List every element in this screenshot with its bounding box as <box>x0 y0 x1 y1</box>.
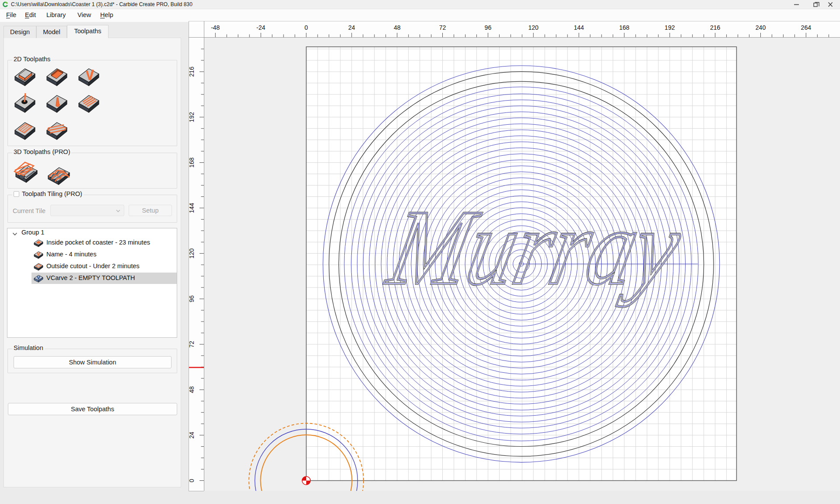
svg-text:24: 24 <box>189 432 195 439</box>
svg-text:192: 192 <box>189 112 195 122</box>
svg-text:48: 48 <box>394 24 401 31</box>
svg-text:144: 144 <box>189 203 195 214</box>
svg-text:48: 48 <box>189 386 195 393</box>
svg-text:-48: -48 <box>211 24 220 31</box>
svg-text:192: 192 <box>665 24 675 31</box>
svg-text:120: 120 <box>189 248 195 259</box>
svg-text:96: 96 <box>485 24 492 31</box>
svg-text:168: 168 <box>619 24 630 31</box>
svg-text:96: 96 <box>189 295 195 302</box>
svg-text:0: 0 <box>304 24 308 31</box>
svg-text:-24: -24 <box>256 24 265 31</box>
svg-text:120: 120 <box>528 24 539 31</box>
svg-text:240: 240 <box>756 24 766 31</box>
svg-text:Murray: Murray <box>379 187 691 307</box>
svg-text:216: 216 <box>189 66 195 77</box>
svg-text:72: 72 <box>439 24 446 31</box>
svg-text:144: 144 <box>574 24 584 31</box>
svg-text:0: 0 <box>189 479 195 482</box>
svg-text:264: 264 <box>801 24 812 31</box>
svg-text:168: 168 <box>189 158 195 168</box>
svg-text:216: 216 <box>710 24 721 31</box>
svg-text:72: 72 <box>189 341 195 348</box>
svg-text:24: 24 <box>348 24 355 31</box>
